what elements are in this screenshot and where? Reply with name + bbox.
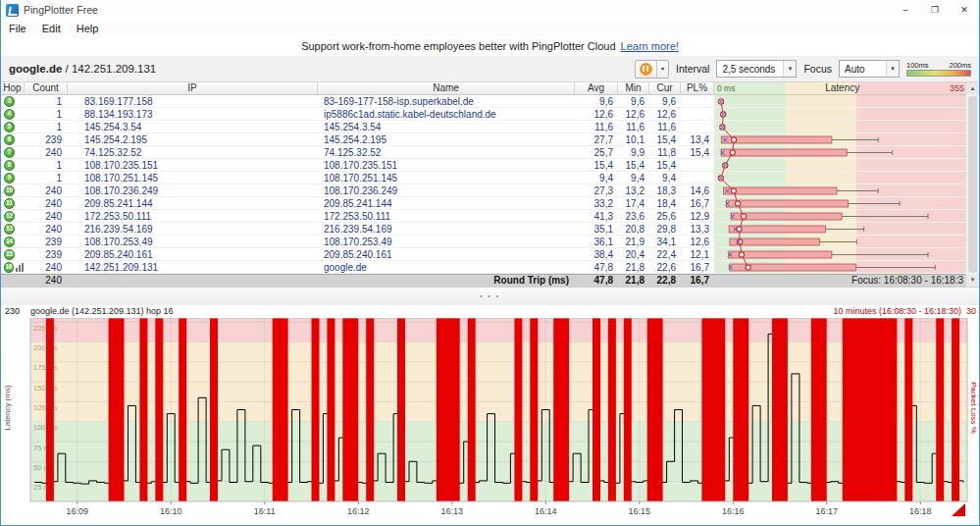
scrollbar-thumb[interactable]	[968, 96, 977, 273]
hop-row-5[interactable]: 51145.254.3.54145.254.3.5411,611,611,6	[1, 121, 967, 133]
interval-label: Interval	[676, 63, 709, 75]
svg-text:16:11: 16:11	[254, 506, 276, 516]
hop-row-9[interactable]: 91108.170.251.145108.170.251.1459,49,49,…	[1, 172, 967, 184]
min-cell: 21,9	[618, 237, 649, 247]
svg-text:16:17: 16:17	[816, 506, 839, 516]
hop-status-icon: 5	[4, 122, 15, 132]
hop-row-4[interactable]: 4188.134.193.173ip5886c1ad.static.kabel-…	[1, 108, 967, 121]
svg-text:16:14: 16:14	[535, 506, 557, 516]
col-header-pl[interactable]: PL%	[681, 82, 714, 95]
menu-help[interactable]: Help	[69, 20, 107, 37]
hop-cell: 15	[1, 249, 25, 260]
close-button[interactable]: ✕	[950, 0, 979, 20]
latency-cell	[714, 108, 967, 121]
hop-row-12[interactable]: 12240172.253.50.111172.253.50.11141,323,…	[1, 210, 967, 223]
app-icon	[6, 4, 19, 17]
hop-row-7[interactable]: 724074.125.32.5274.125.32.5225,79,911,81…	[1, 146, 967, 159]
col-header-avg[interactable]: Avg	[575, 82, 618, 95]
col-header-name[interactable]: Name	[318, 82, 575, 95]
hop-cell: 9	[1, 173, 25, 184]
cur-cell: 15,4	[649, 134, 681, 145]
hop-row-15[interactable]: 15239209.85.240.161209.85.240.16138,420,…	[1, 248, 967, 261]
timeline-now-marker[interactable]	[952, 503, 965, 516]
maximize-button[interactable]: ❐	[920, 0, 950, 20]
hop-status-icon: 11	[4, 198, 15, 209]
cur-cell: 22,4	[649, 249, 681, 260]
table-scrollbar[interactable]: ▲ ▼	[965, 82, 979, 287]
svg-text:100 ms: 100 ms	[33, 424, 58, 433]
count-cell: 239	[25, 249, 68, 260]
scroll-down-icon[interactable]: ▼	[966, 274, 979, 287]
graphed-hop-icon	[16, 263, 25, 272]
cur-cell: 25,6	[649, 211, 681, 222]
table-header-row: HopCountIPNameAvgMinCurPL%0 msLatency355	[1, 82, 967, 95]
hop-cell: 14	[1, 237, 25, 247]
learn-more-link[interactable]: Learn more!	[621, 40, 679, 52]
pl-cell: 15,4	[681, 147, 714, 158]
interval-select[interactable]: 2,5 seconds ▾	[716, 60, 797, 78]
min-cell: 11,6	[618, 122, 649, 132]
hop-status-icon: 8	[4, 160, 15, 171]
focus-value: Auto	[845, 64, 886, 75]
hop-status-icon: 4	[4, 109, 15, 120]
pl-cell: 12,1	[681, 249, 714, 260]
hop-row-16[interactable]: 16240142.251.209.131google.de47,821,822,…	[1, 261, 967, 274]
hop-row-3[interactable]: 3183.169.177.15883-169-177-158-isp.super…	[1, 95, 967, 108]
col-header-hop[interactable]: Hop	[1, 82, 25, 95]
ip-cell: 108.170.235.151	[68, 160, 318, 171]
menu-edit[interactable]: Edit	[34, 20, 69, 37]
name-cell: 216.239.54.169	[318, 224, 575, 235]
app-window: PingPlotter Free – ❐ ✕ FileEditHelp Supp…	[0, 0, 980, 526]
hop-row-14[interactable]: 14239108.170.253.49108.170.253.4936,121,…	[1, 236, 967, 248]
ip-cell: 216.239.54.169	[68, 224, 318, 235]
focus-label: Focus	[803, 63, 832, 75]
focus-select[interactable]: Auto ▾	[839, 60, 900, 78]
hop-cell: 6	[1, 134, 25, 145]
ip-cell: 172.253.50.111	[68, 211, 318, 222]
count-cell: 1	[25, 109, 68, 120]
cur-cell: 18,4	[649, 198, 681, 209]
cur-cell: 9,6	[649, 96, 681, 107]
min-cell: 23,6	[618, 211, 649, 222]
name-cell: 209.85.241.144	[318, 198, 575, 209]
min-cell: 13,2	[618, 185, 649, 196]
timeline-chart[interactable]: 25 ms50 ms75 ms100 ms125 ms150 ms175 ms2…	[1, 318, 980, 525]
hop-row-10[interactable]: 10240108.170.236.249108.170.236.24927,31…	[1, 184, 967, 197]
hop-row-6[interactable]: 6239145.254.2.195145.254.2.19527,710,115…	[1, 133, 967, 146]
col-header-cur[interactable]: Cur	[649, 82, 681, 95]
pause-dropdown-arrow-icon[interactable]: ▾	[656, 61, 668, 78]
col-header-count[interactable]: Count	[25, 82, 68, 95]
avg-cell: 33,2	[575, 198, 618, 209]
hop-cell: 7	[1, 147, 25, 158]
minimize-button[interactable]: –	[891, 0, 920, 20]
menu-file[interactable]: File	[1, 20, 34, 37]
col-header-min[interactable]: Min	[618, 82, 649, 95]
pl-cell: 16,7	[681, 262, 714, 273]
ip-cell: 74.125.32.52	[68, 147, 318, 158]
table-body: 3183.169.177.15883-169-177-158-isp.super…	[1, 95, 979, 274]
svg-text:200 ms: 200 ms	[33, 343, 58, 352]
col-header-latency[interactable]: 0 msLatency355	[714, 82, 967, 95]
latency-axis-max: 230	[5, 306, 20, 316]
window-controls: – ❐ ✕	[891, 0, 979, 20]
name-cell: 108.170.236.249	[318, 185, 575, 196]
round-trip-band: 240 Round Trip (ms) 47,8 21,8 22,8 16,7 …	[1, 274, 967, 287]
hop-row-8[interactable]: 81108.170.235.151108.170.235.15115,415,4…	[1, 159, 967, 172]
svg-text:125 ms: 125 ms	[33, 403, 58, 412]
hop-row-13[interactable]: 13240216.239.54.169216.239.54.16935,120,…	[1, 223, 967, 236]
target-ip: / 142.251.209.131	[62, 63, 156, 75]
latency-cell	[714, 210, 967, 223]
col-header-ip[interactable]: IP	[68, 82, 318, 95]
count-cell: 240	[25, 211, 68, 222]
latency-scale-min: 0 ms	[717, 83, 735, 93]
pause-button[interactable]: ▾	[635, 60, 669, 79]
hop-cell: 12	[1, 211, 25, 222]
hop-status-icon: 15	[4, 249, 15, 260]
cur-cell: 9,4	[649, 173, 681, 184]
hop-row-11[interactable]: 11240209.85.241.144209.85.241.14433,217,…	[1, 197, 967, 210]
round-trip-pl: 16,7	[681, 275, 714, 286]
scroll-up-icon[interactable]: ▲	[966, 82, 979, 95]
count-cell: 240	[25, 185, 68, 196]
count-cell: 240	[25, 147, 68, 158]
splitter[interactable]: • • •	[1, 287, 979, 306]
